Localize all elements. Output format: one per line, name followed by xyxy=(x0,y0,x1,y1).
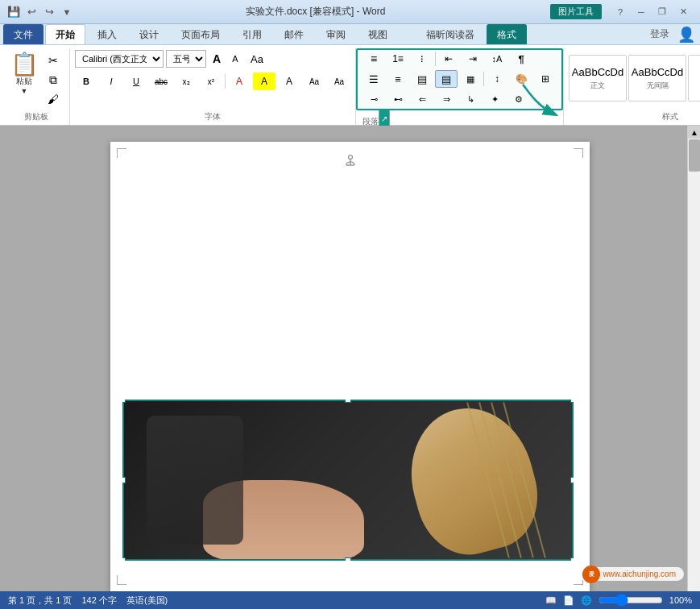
increase-indent-button[interactable]: ⇥ xyxy=(462,50,484,68)
clipboard-label: 剪贴板 xyxy=(8,110,64,125)
left-indent-button[interactable]: ⊸ xyxy=(362,90,385,108)
scroll-up-button[interactable]: ▲ xyxy=(688,126,700,139)
corner-tr xyxy=(574,148,583,158)
web-view-icon[interactable]: 🌐 xyxy=(581,595,592,606)
minimize-button[interactable]: ─ xyxy=(631,5,652,19)
vertical-scrollbar[interactable]: ▲ xyxy=(687,126,700,591)
document-image[interactable]: ⊞ xyxy=(122,400,574,561)
font-size-select[interactable]: 五号 xyxy=(166,50,206,68)
para-extra1-button[interactable]: ⇐ xyxy=(411,90,433,108)
picture-tools-badge: 图片工具 xyxy=(550,4,602,19)
cjk-dist-button[interactable]: ▦ xyxy=(459,70,482,88)
sort-button[interactable]: ↕A xyxy=(486,50,508,68)
style-nospacing[interactable]: AaBbCcDd 无间隔 xyxy=(628,55,686,102)
document-area: ⊞ ▲ xyxy=(0,126,700,591)
handle-ml[interactable] xyxy=(122,477,126,483)
tab-mailings[interactable]: 邮件 xyxy=(274,24,314,44)
separator xyxy=(225,74,226,89)
clipboard-small-buttons: ✂ ⧉ 🖌 xyxy=(42,52,64,108)
shading-button[interactable]: 🎨 xyxy=(510,70,532,88)
cut-button[interactable]: ✂ xyxy=(42,52,64,69)
font-color-button[interactable]: A xyxy=(228,72,251,90)
login-button[interactable]: 登录 xyxy=(650,27,669,41)
close-button[interactable]: ✕ xyxy=(673,5,694,19)
strikethrough-button[interactable]: abc xyxy=(150,72,172,90)
superscript-button[interactable]: x² xyxy=(200,72,222,90)
align-right-button[interactable]: ▤ xyxy=(411,70,433,88)
font-shade-button[interactable]: A xyxy=(278,72,300,90)
tab-review[interactable]: 审阅 xyxy=(316,24,356,44)
paste-button[interactable]: 📋 粘贴 ▼ xyxy=(8,50,40,98)
redo-icon[interactable]: ↪ xyxy=(42,5,56,19)
para-extra5-button[interactable]: ⚙ xyxy=(507,90,530,108)
style-heading1[interactable]: AaBb 标题 1 xyxy=(688,55,700,102)
align-center-button[interactable]: ≡ xyxy=(387,70,409,88)
para-row-1: ≡ 1≡ ⫶ ⇤ ⇥ ↕A ¶ xyxy=(362,50,532,68)
format-painter-button[interactable]: 🖌 xyxy=(42,90,64,108)
style-normal[interactable]: AaBbCcDd 正文 xyxy=(569,55,627,102)
tab-addon[interactable]: 福昕阅读器 xyxy=(416,24,485,44)
tab-file[interactable]: 文件 xyxy=(3,24,43,44)
tab-view[interactable]: 视图 xyxy=(358,24,398,44)
paste-icon: 📋 xyxy=(10,53,39,76)
paste-dropdown-icon: ▼ xyxy=(21,87,28,95)
clear-format-button[interactable]: Aa xyxy=(246,50,268,68)
dragon-pattern xyxy=(147,416,243,545)
undo-icon[interactable]: ↩ xyxy=(24,5,39,19)
show-para-button[interactable]: ¶ xyxy=(510,50,532,68)
bullets-button[interactable]: ≡ xyxy=(362,50,385,68)
handle-tl[interactable] xyxy=(122,400,126,403)
tab-pagelayout[interactable]: 页面布局 xyxy=(171,24,230,44)
page-count: 第 1 页，共 1 页 xyxy=(8,594,72,607)
help-button[interactable]: ? xyxy=(610,5,631,19)
shrink-font-button[interactable]: A xyxy=(227,50,243,68)
grow-font-button[interactable]: A xyxy=(209,50,225,68)
zoom-slider[interactable] xyxy=(599,594,663,607)
tab-references[interactable]: 引用 xyxy=(232,24,272,44)
handle-mr[interactable] xyxy=(570,477,574,483)
handle-bm[interactable] xyxy=(345,557,351,561)
bold-button[interactable]: B xyxy=(75,72,97,90)
handle-tm[interactable] xyxy=(345,400,351,403)
right-indent-button[interactable]: ⊷ xyxy=(387,90,409,108)
font-name-select[interactable]: Calibri (西文正文) xyxy=(75,50,164,68)
customize-icon[interactable]: ▼ xyxy=(60,5,74,19)
underline-button[interactable]: U xyxy=(125,72,147,90)
user-avatar[interactable]: 👤 xyxy=(677,26,695,44)
title-bar: 💾 ↩ ↪ ▼ 实验文件.docx [兼容模式] - Word 图片工具 ? ─… xyxy=(0,0,700,24)
tab-format[interactable]: 格式 xyxy=(487,24,527,44)
para-extra4-button[interactable]: ✦ xyxy=(483,90,506,108)
separator xyxy=(435,52,436,66)
paragraph-dialog-button[interactable]: ↗ xyxy=(379,110,390,127)
tab-design[interactable]: 设计 xyxy=(129,24,169,44)
handle-bl[interactable] xyxy=(122,557,126,561)
aa2-button[interactable]: Aa xyxy=(328,72,350,90)
scroll-thumb[interactable] xyxy=(689,139,700,172)
handle-br[interactable] xyxy=(570,557,574,561)
decrease-indent-button[interactable]: ⇤ xyxy=(437,50,460,68)
justify-button[interactable]: ▤ xyxy=(435,70,458,88)
subscript-button[interactable]: x₂ xyxy=(175,72,197,90)
para-extra3-button[interactable]: ↳ xyxy=(459,90,482,108)
save-icon[interactable]: 💾 xyxy=(6,5,21,19)
tab-home[interactable]: 开始 xyxy=(45,24,85,44)
print-layout-icon[interactable]: 📄 xyxy=(563,595,574,606)
borders-button[interactable]: ⊞ xyxy=(534,70,557,88)
corner-tl xyxy=(117,148,126,158)
line-spacing-button[interactable]: ↕ xyxy=(486,70,508,88)
handle-tr[interactable] xyxy=(570,400,574,403)
para-row-3: ⊸ ⊷ ⇐ ⇒ ↳ ✦ ⚙ xyxy=(362,90,530,108)
copy-button[interactable]: ⧉ xyxy=(42,71,64,89)
align-left-button[interactable]: ☰ xyxy=(362,70,385,88)
read-mode-icon[interactable]: 📖 xyxy=(545,595,557,606)
aa-button[interactable]: Aa xyxy=(303,72,325,90)
group-paragraph: ≡ 1≡ ⫶ ⇤ ⇥ ↕A ¶ ☰ ≡ ▤ ▤ ▦ ↕ 🎨 ⊞ xyxy=(356,48,564,125)
numbering-button[interactable]: 1≡ xyxy=(387,50,409,68)
multilevel-button[interactable]: ⫶ xyxy=(411,50,433,68)
tab-insert[interactable]: 插入 xyxy=(87,24,127,44)
ribbon-tabs: 文件 开始 插入 设计 页面布局 引用 邮件 审阅 视图 福昕阅读器 格式 登录… xyxy=(0,24,700,45)
para-extra2-button[interactable]: ⇒ xyxy=(435,90,458,108)
text-highlight-button[interactable]: A xyxy=(253,72,275,90)
restore-button[interactable]: ❐ xyxy=(652,5,673,19)
italic-button[interactable]: I xyxy=(100,72,122,90)
